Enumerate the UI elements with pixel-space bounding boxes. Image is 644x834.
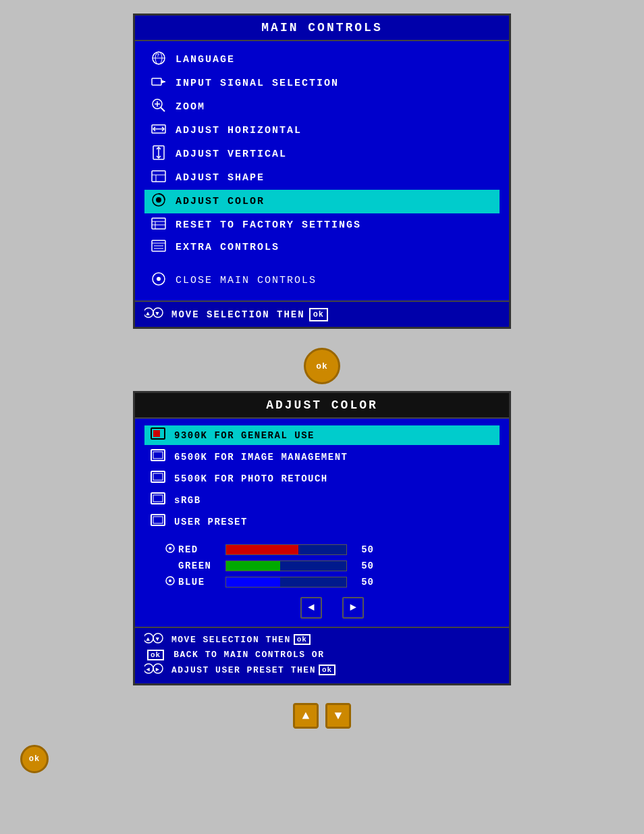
svg-point-27 xyxy=(157,277,161,281)
menu-divider xyxy=(144,259,500,265)
slider-nav-arrows: ◄ ► xyxy=(165,593,500,621)
preset-user-label: USER PRESET xyxy=(174,517,248,527)
close-main-controls[interactable]: CLOSE MAIN CONTROLS xyxy=(144,267,500,294)
preset-5500k-label: 5500K FOR PHOTO RETOUCH xyxy=(174,473,328,484)
menu-item-reset[interactable]: RESET TO FACTORY SETTINGS xyxy=(144,215,500,236)
svg-rect-39 xyxy=(153,495,163,502)
svg-text:▲: ▲ xyxy=(146,636,151,643)
adjust-color-title: ADJUST COLOR xyxy=(135,393,509,419)
svg-rect-37 xyxy=(153,473,163,480)
main-controls-title: MAIN CONTROLS xyxy=(135,16,509,41)
preset-6500k-label: 6500K FOR IMAGE MANAGEMENT xyxy=(174,452,348,463)
bottom-ok-icon[interactable]: ok xyxy=(20,745,49,773)
bottom-ok-label: ok xyxy=(29,754,40,764)
footer-line-1: ▲ ▼ MOVE SELECTION THEN ok xyxy=(144,632,500,647)
preset-9300k[interactable]: 9300K FOR GENERAL USE xyxy=(144,425,500,445)
preset-srgb[interactable]: sRGB xyxy=(144,490,500,510)
svg-rect-4 xyxy=(152,78,161,85)
menu-item-language[interactable]: ? LANGUAGE xyxy=(144,48,500,72)
red-label: RED xyxy=(165,543,219,556)
red-slider-value: 50 xyxy=(354,544,374,555)
bottom-arrows-row: ▲ ▼ xyxy=(293,703,351,729)
blue-slider-fill xyxy=(226,577,280,587)
language-icon: ? xyxy=(149,51,169,69)
color-presets-list: 9300K FOR GENERAL USE 6500K FOR IMAGE MA… xyxy=(135,419,509,540)
footer-line-3: ◄ ► ADJUST USER PRESET THEN ok xyxy=(144,662,500,677)
preset-6500k[interactable]: 6500K FOR IMAGE MANAGEMENT xyxy=(144,447,500,467)
reset-label: RESET TO FACTORY SETTINGS xyxy=(176,219,361,231)
close-icon xyxy=(149,271,169,290)
adjust-color-label: ADJUST COLOR xyxy=(176,196,265,207)
adjust-vertical-label: ADJUST VERTICAL xyxy=(176,149,287,160)
extra-controls-label: EXTRA CONTROLS xyxy=(176,242,279,253)
slider-row-blue: BLUE 50 xyxy=(165,575,500,589)
blue-slider-track[interactable] xyxy=(225,577,347,588)
zoom-icon xyxy=(149,98,169,116)
slider-left-arrow[interactable]: ◄ xyxy=(300,597,322,619)
menu-item-adjust-color[interactable]: ADJUST COLOR xyxy=(144,190,500,213)
bottom-down-arrow[interactable]: ▼ xyxy=(325,703,351,729)
svg-rect-13 xyxy=(152,171,165,182)
footer-ok-3: ok xyxy=(319,664,336,675)
svg-rect-35 xyxy=(153,452,163,459)
preset-srgb-icon xyxy=(149,492,167,508)
preset-9300k-icon xyxy=(149,427,167,443)
green-slider-fill xyxy=(226,561,280,571)
adjust-horizontal-label: ADJUST HORIZONTAL xyxy=(176,125,302,136)
footer-arrows-icon-3: ◄ ► xyxy=(144,662,167,677)
blue-slider-value: 50 xyxy=(354,577,374,588)
ok-icon-label: ok xyxy=(316,361,328,371)
green-slider-track[interactable] xyxy=(225,561,347,571)
adjust-shape-label: ADJUST SHAPE xyxy=(176,172,265,184)
svg-text:▼: ▼ xyxy=(156,636,161,643)
menu-item-adjust-horizontal[interactable]: ADJUST HORIZONTAL xyxy=(144,120,500,141)
language-label: LANGUAGE xyxy=(176,54,235,66)
menu-item-extra[interactable]: EXTRA CONTROLS xyxy=(144,237,500,258)
svg-rect-41 xyxy=(153,517,163,523)
menu-item-input-signal[interactable]: INPUT SIGNAL SELECTION xyxy=(144,73,500,94)
red-circle-icon xyxy=(165,543,176,556)
main-controls-footer: ▲ ▼ MOVE SELECTION THEN ok xyxy=(135,301,509,327)
menu-item-adjust-shape[interactable]: ADJUST SHAPE xyxy=(144,167,500,188)
preset-srgb-label: sRGB xyxy=(174,495,201,506)
zoom-label: ZOOM xyxy=(176,101,205,113)
extra-icon xyxy=(149,240,169,255)
green-label: GREEN xyxy=(165,561,219,571)
blue-label: BLUE xyxy=(165,575,219,589)
svg-text:?: ? xyxy=(157,53,161,58)
menu-item-adjust-vertical[interactable]: ADJUST VERTICAL xyxy=(144,142,500,166)
svg-text:►: ► xyxy=(156,667,161,673)
red-slider-fill xyxy=(226,545,298,554)
svg-text:▼: ▼ xyxy=(155,311,160,317)
bottom-up-arrow[interactable]: ▲ xyxy=(293,703,319,729)
main-controls-menu: ? LANGUAGE INPUT SIGNAL SELECTION ZOOM A… xyxy=(135,41,509,301)
preset-6500k-icon xyxy=(149,449,167,465)
preset-5500k[interactable]: 5500K FOR PHOTO RETOUCH xyxy=(144,469,500,488)
red-slider-track[interactable] xyxy=(225,544,347,555)
move-icon: ▲ ▼ xyxy=(144,307,167,322)
horizontal-icon xyxy=(149,123,169,138)
green-slider-value: 50 xyxy=(354,561,374,571)
adjust-color-footer: ▲ ▼ MOVE SELECTION THEN ok ok BACK TO MA… xyxy=(135,627,509,683)
svg-text:◄: ◄ xyxy=(146,667,151,673)
svg-line-6 xyxy=(161,107,165,111)
preset-5500k-icon xyxy=(149,471,167,486)
slider-right-arrow[interactable]: ► xyxy=(342,597,364,619)
svg-point-43 xyxy=(169,547,171,550)
input-signal-icon xyxy=(149,76,169,91)
preset-user-icon xyxy=(149,514,167,529)
reset-icon xyxy=(149,217,169,233)
slider-row-green: GREEN 50 xyxy=(165,561,500,571)
preset-user[interactable]: USER PRESET xyxy=(144,512,500,531)
blue-circle-icon xyxy=(165,575,176,589)
main-controls-panel: MAIN CONTROLS ? LANGUAGE INPUT SIGNAL SE… xyxy=(133,14,511,329)
ok-badge: ok xyxy=(309,308,328,321)
footer-move-text: MOVE SELECTION THEN xyxy=(171,309,305,320)
ok-icon-between-panels[interactable]: ok xyxy=(304,348,340,384)
menu-item-zoom[interactable]: ZOOM xyxy=(144,95,500,119)
svg-point-17 xyxy=(156,197,161,203)
color-icon xyxy=(149,192,169,211)
footer-move-icon-1: ▲ ▼ xyxy=(144,632,167,647)
adjust-color-panel: ADJUST COLOR 9300K FOR GENERAL USE 6500K… xyxy=(133,391,511,685)
svg-rect-18 xyxy=(152,218,165,229)
